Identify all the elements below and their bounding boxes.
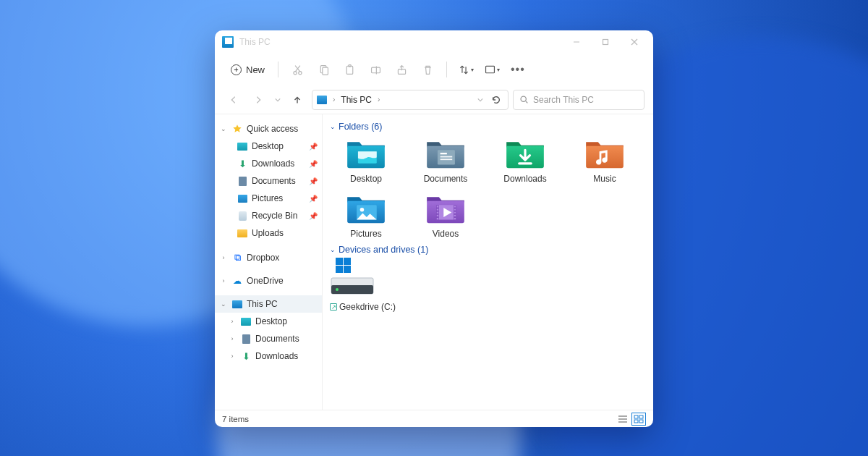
svg-rect-24: [437, 208, 438, 210]
sidebar-pc-documents[interactable]: ›Documents: [215, 330, 322, 347]
svg-rect-27: [437, 218, 438, 219]
sidebar-pc-downloads[interactable]: ›⬇Downloads: [215, 347, 322, 365]
back-button[interactable]: [224, 90, 244, 110]
more-button[interactable]: •••: [506, 63, 529, 76]
new-button[interactable]: + New: [225, 62, 271, 78]
up-button[interactable]: [287, 90, 307, 110]
downloads-icon: ⬇: [237, 158, 248, 169]
svg-rect-15: [441, 153, 447, 154]
this-pc-icon: [231, 298, 243, 310]
rename-icon[interactable]: [364, 58, 387, 81]
minimize-button[interactable]: [562, 30, 591, 54]
share-icon[interactable]: [390, 58, 413, 81]
pictures-folder-icon: [344, 190, 388, 226]
folder-pictures[interactable]: Pictures: [330, 190, 402, 239]
content-pane[interactable]: ⌄Folders (6) Desktop Documents Downloads: [322, 114, 653, 410]
svg-rect-31: [454, 215, 456, 216]
folder-documents[interactable]: Documents: [409, 135, 482, 184]
svg-rect-14: [438, 150, 455, 164]
sidebar-dropbox[interactable]: ›⧉Dropbox: [215, 249, 322, 266]
svg-rect-30: [454, 212, 456, 214]
details-view-button[interactable]: [616, 413, 630, 426]
folder-icon: [237, 227, 248, 239]
desktop-icon: [237, 140, 248, 152]
sidebar-quick-access[interactable]: ⌄ Quick access: [215, 120, 322, 138]
desktop-folder-icon: [344, 135, 388, 171]
svg-rect-42: [634, 420, 638, 423]
statusbar: 7 items: [215, 410, 653, 427]
sidebar-item-recyclebin[interactable]: Recycle Bin📌: [215, 207, 322, 224]
search-input[interactable]: Search This PC: [513, 90, 644, 110]
pin-icon: 📌: [309, 195, 318, 203]
sort-button[interactable]: ▾: [454, 58, 477, 81]
sidebar-pc-desktop[interactable]: ›Desktop: [215, 313, 322, 330]
chevron-down-icon: ⌄: [219, 300, 228, 308]
folders-group-header[interactable]: ⌄Folders (6): [330, 122, 646, 132]
svg-point-19: [360, 208, 365, 212]
svg-rect-16: [441, 156, 453, 158]
svg-rect-17: [441, 159, 453, 160]
pin-icon: 📌: [309, 212, 318, 220]
drive-icon: [330, 258, 375, 300]
documents-icon: [240, 333, 252, 345]
sidebar-onedrive[interactable]: ›☁OneDrive: [215, 272, 322, 290]
onedrive-icon: ☁: [231, 275, 243, 287]
address-dropdown[interactable]: [473, 90, 488, 110]
breadcrumb[interactable]: This PC: [341, 95, 372, 105]
chevron-right-icon: ›: [228, 335, 237, 342]
view-button[interactable]: ▾: [480, 58, 503, 81]
sidebar-item-desktop[interactable]: Desktop📌: [215, 138, 322, 155]
this-pc-icon: [222, 36, 234, 48]
paste-icon[interactable]: [338, 58, 361, 81]
chevron-right-icon: ›: [219, 254, 228, 261]
drives-group-header[interactable]: ⌄Devices and drives (1): [330, 245, 646, 255]
drive-c[interactable]: ↗Geekdrive (C:): [330, 258, 409, 312]
svg-point-2: [293, 71, 296, 74]
sidebar-item-pictures[interactable]: Pictures📌: [215, 190, 322, 207]
cut-icon[interactable]: [286, 58, 309, 81]
titlebar: This PC: [215, 30, 653, 54]
chevron-right-icon: ›: [228, 318, 237, 325]
window-title: This PC: [239, 37, 271, 47]
chevron-down-icon: ⌄: [219, 125, 228, 132]
sidebar-item-downloads[interactable]: ⬇Downloads📌: [215, 155, 322, 172]
sidebar-item-documents[interactable]: Documents📌: [215, 172, 322, 190]
svg-rect-29: [454, 208, 456, 210]
copy-icon[interactable]: [312, 58, 335, 81]
folder-videos[interactable]: Videos: [409, 190, 482, 239]
history-button[interactable]: [273, 90, 283, 110]
folder-desktop[interactable]: Desktop: [330, 135, 402, 184]
address-bar[interactable]: › This PC ›: [312, 90, 509, 110]
sidebar-this-pc[interactable]: ⌄This PC: [215, 295, 322, 313]
icons-view-button[interactable]: [631, 413, 646, 426]
videos-folder-icon: [423, 190, 468, 226]
search-placeholder: Search This PC: [533, 95, 594, 105]
delete-icon[interactable]: [416, 58, 439, 81]
svg-rect-33: [336, 258, 343, 265]
svg-point-12: [521, 96, 526, 101]
folder-music[interactable]: Music: [569, 135, 641, 184]
file-explorer-window: This PC + New ▾ ▾ ••• › This PC: [215, 30, 653, 427]
forward-button[interactable]: [248, 90, 268, 110]
refresh-button[interactable]: [489, 90, 503, 110]
svg-rect-40: [634, 415, 638, 418]
sidebar-item-uploads[interactable]: Uploads: [215, 224, 322, 242]
svg-point-3: [298, 71, 301, 74]
svg-rect-28: [454, 206, 456, 207]
maximize-button[interactable]: [591, 30, 620, 54]
svg-rect-23: [437, 206, 438, 207]
svg-rect-25: [437, 212, 438, 214]
svg-rect-1: [603, 40, 608, 45]
chevron-right-icon: ›: [376, 96, 381, 104]
toolbar: + New ▾ ▾ •••: [215, 54, 653, 85]
svg-rect-26: [437, 215, 438, 216]
item-count: 7 items: [222, 415, 249, 423]
documents-folder-icon: [423, 135, 468, 171]
plus-icon: +: [231, 64, 242, 75]
folder-downloads[interactable]: Downloads: [489, 135, 561, 184]
svg-rect-34: [344, 258, 351, 265]
downloads-folder-icon: [503, 135, 548, 171]
chevron-right-icon: ›: [228, 352, 237, 360]
new-button-label: New: [246, 64, 265, 75]
close-button[interactable]: [620, 30, 649, 54]
